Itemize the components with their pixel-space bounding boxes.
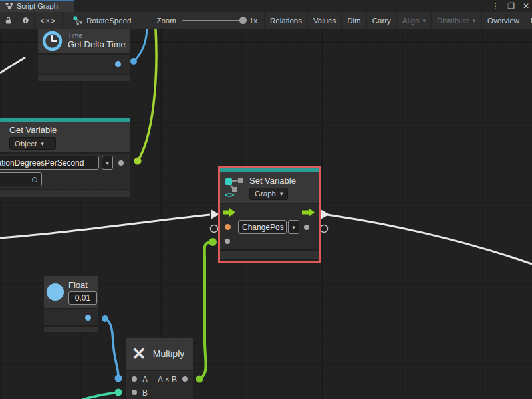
scope-label: Graph — [255, 190, 276, 198]
zoom-label: Zoom — [156, 17, 176, 25]
align-button[interactable]: Align ▾ — [397, 12, 432, 29]
info-button[interactable] — [17, 12, 35, 29]
script-graph-icon — [73, 16, 82, 25]
flow-arrow-in — [211, 209, 219, 219]
flow-output-port[interactable] — [302, 208, 315, 217]
zoom-slider[interactable] — [182, 20, 244, 21]
carry-button[interactable]: Carry — [367, 12, 397, 29]
object-picker-icon[interactable]: ⊙ — [31, 175, 38, 184]
close-icon[interactable]: ✕ — [523, 2, 529, 10]
maximize-icon[interactable]: ❐ — [507, 2, 515, 10]
clock-icon — [42, 31, 63, 51]
value-output-port[interactable] — [85, 315, 91, 321]
window-controls: ⋮ ❐ ✕ — [491, 0, 529, 12]
node-group-label: Time — [68, 32, 126, 39]
variable-name-value: ChangePos — [242, 223, 284, 232]
chevron-down-icon: ▾ — [280, 190, 283, 197]
float-value-field[interactable]: 0.01 — [68, 291, 97, 305]
node-get-delta-time[interactable]: Time Get Delta Time — [38, 29, 130, 82]
flow-input-port[interactable] — [223, 208, 236, 217]
value-output-port[interactable] — [118, 160, 124, 166]
set-variable-icon: <> — [224, 177, 244, 198]
chevron-down-icon: ▾ — [106, 160, 109, 166]
graph-toolbar: <×> RotateSpeed Zoom 1x Relations Values… — [0, 12, 532, 29]
graph-icon — [5, 2, 13, 10]
unconnected-port-ring-right[interactable] — [321, 225, 328, 233]
variable-input-port[interactable] — [225, 224, 231, 230]
result-label: A × B — [158, 375, 177, 384]
tab-bar: Script Graph ⋮ ❐ ✕ — [0, 0, 532, 12]
value-output-port[interactable] — [115, 61, 121, 67]
graph-breadcrumb[interactable]: RotateSpeed — [63, 12, 138, 29]
node-header: Time Get Delta Time — [38, 29, 130, 53]
node-body — [38, 55, 130, 74]
multiply-result-wire[interactable] — [200, 242, 211, 379]
variable-name-dropdown[interactable]: ▾ — [288, 220, 299, 234]
overview-button[interactable]: Overview — [482, 12, 525, 29]
info-icon — [23, 16, 29, 25]
node-float[interactable]: Float 0.01 — [44, 276, 98, 334]
node-header: <> Set Variable Graph ▾ — [220, 172, 319, 203]
value-output-port[interactable] — [304, 225, 309, 230]
node-set-variable[interactable]: <> Set Variable Graph ▾ — [220, 168, 319, 261]
input-a-label: A — [142, 375, 148, 384]
unconnected-port-ring-left[interactable] — [211, 225, 218, 233]
node-body — [44, 309, 98, 325]
delta-time-wire[interactable] — [134, 29, 147, 61]
relations-button[interactable]: Relations — [265, 12, 308, 29]
unity-visual-scripting-window: Script Graph ⋮ ❐ ✕ <×> — [0, 0, 532, 399]
flow-wire-in[interactable] — [0, 215, 210, 238]
scope-label: Object — [15, 140, 37, 148]
node-title: Get Variable — [9, 125, 125, 135]
node-title: Set Variable — [249, 176, 296, 186]
result-output-port[interactable] — [182, 376, 188, 382]
flow-wire-out[interactable] — [327, 215, 532, 264]
chevron-down-icon: ▾ — [422, 17, 426, 24]
node-body: RotationDegreesPerSecond ▾ This ⊙ — [0, 154, 130, 189]
focused-tab-highlight — [0, 0, 74, 1]
float-wire[interactable] — [105, 319, 118, 377]
node-header: ✕ Multiply — [126, 338, 193, 370]
dim-button[interactable]: Dim — [342, 12, 366, 29]
variable-scope-dropdown[interactable]: Graph ▾ — [249, 188, 288, 200]
tab-script-graph[interactable]: Script Graph — [0, 0, 74, 12]
variable-name-field[interactable]: ChangePos — [238, 220, 287, 234]
node-body: A A × B B — [126, 371, 193, 399]
full-screen-button[interactable]: Full Screen — [525, 12, 532, 29]
new-value-input-port[interactable] — [225, 239, 230, 244]
input-b-label: B — [142, 388, 148, 398]
tab-label: Script Graph — [17, 2, 58, 10]
node-header: Float 0.01 — [44, 276, 98, 308]
chevron-down-icon: ▾ — [473, 17, 476, 24]
input-a-port[interactable] — [132, 376, 137, 382]
teal-wire[interactable] — [82, 392, 118, 399]
wire-cap — [209, 238, 217, 246]
get-variable-wire[interactable] — [138, 29, 156, 161]
node-title: Get Delta Time — [68, 39, 126, 49]
node-multiply[interactable]: ✕ Multiply A A × B B — [126, 338, 193, 399]
node-title: Multiply — [153, 348, 184, 359]
variable-name-field[interactable]: RotationDegreesPerSecond — [0, 156, 99, 170]
window-menu-icon[interactable]: ⋮ — [491, 2, 499, 10]
distribute-label: Distribute — [437, 17, 469, 25]
distribute-button[interactable]: Distribute ▾ — [432, 12, 481, 29]
wire-cap — [115, 389, 122, 396]
variable-scope-dropdown[interactable]: Object ▾ — [9, 137, 56, 150]
graph-canvas[interactable]: Time Get Delta Time Get Variable Object … — [0, 29, 532, 399]
node-get-variable[interactable]: Get Variable Object ▾ RotationDegreesPer… — [0, 118, 130, 198]
lock-icon — [5, 16, 11, 25]
input-b-port[interactable] — [132, 390, 137, 395]
lock-button[interactable] — [0, 12, 17, 29]
values-button[interactable]: Values — [308, 12, 342, 29]
wire-cap — [102, 315, 108, 322]
zoom-slider-handle[interactable] — [239, 17, 247, 24]
flow-wire-topleft[interactable] — [0, 57, 25, 73]
node-body: ChangePos ▾ — [220, 204, 319, 249]
variable-name-dropdown[interactable]: ▾ — [102, 156, 113, 170]
svg-text:<>: <> — [225, 190, 234, 198]
node-header: Get Variable Object ▾ — [0, 122, 130, 152]
preview-code-button[interactable]: <×> — [35, 12, 63, 29]
float-icon — [47, 283, 64, 301]
chevron-down-icon: ▾ — [292, 224, 295, 231]
target-object-field[interactable]: This ⊙ — [0, 172, 42, 186]
